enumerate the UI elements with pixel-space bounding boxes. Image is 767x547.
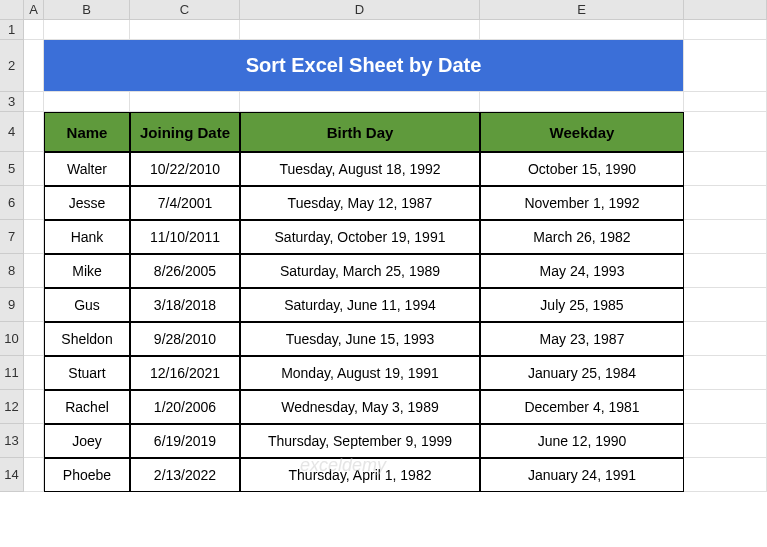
row-header-13[interactable]: 13 (0, 424, 24, 458)
row-header-7[interactable]: 7 (0, 220, 24, 254)
cell-birthday-11[interactable]: Monday, August 19, 1991 (240, 356, 480, 390)
cell-name-6[interactable]: Jesse (44, 186, 130, 220)
cell-blank-11[interactable] (684, 356, 767, 390)
cell-blank-2[interactable] (684, 40, 767, 92)
cell-birthday-10[interactable]: Tuesday, June 15, 1993 (240, 322, 480, 356)
cell-a4[interactable] (24, 112, 44, 152)
cell-a6[interactable] (24, 186, 44, 220)
cell-name-14[interactable]: Phoebe (44, 458, 130, 492)
row-header-6[interactable]: 6 (0, 186, 24, 220)
select-all-corner[interactable] (0, 0, 24, 19)
cell-a2[interactable] (24, 40, 44, 92)
cell-birthday-13[interactable]: Thursday, September 9, 1999 (240, 424, 480, 458)
cell-joining-8[interactable]: 8/26/2005 (130, 254, 240, 288)
cell-name-5[interactable]: Walter (44, 152, 130, 186)
cell-a13[interactable] (24, 424, 44, 458)
cell-a5[interactable] (24, 152, 44, 186)
cell-weekday-9[interactable]: July 25, 1985 (480, 288, 684, 322)
cell-weekday-10[interactable]: May 23, 1987 (480, 322, 684, 356)
row-header-4[interactable]: 4 (0, 112, 24, 152)
cell-joining-10[interactable]: 9/28/2010 (130, 322, 240, 356)
cell-name-9[interactable]: Gus (44, 288, 130, 322)
cell-blank-10[interactable] (684, 322, 767, 356)
cell-blank-12[interactable] (684, 390, 767, 424)
cell-blank-8[interactable] (684, 254, 767, 288)
cell-joining-14[interactable]: 2/13/2022 (130, 458, 240, 492)
cell-blank-13[interactable] (684, 424, 767, 458)
cell-joining-5[interactable]: 10/22/2010 (130, 152, 240, 186)
cell-weekday-14[interactable]: January 24, 1991 (480, 458, 684, 492)
cell-a11[interactable] (24, 356, 44, 390)
cell-a10[interactable] (24, 322, 44, 356)
col-header-e[interactable]: E (480, 0, 684, 19)
cell-joining-12[interactable]: 1/20/2006 (130, 390, 240, 424)
cell-joining-9[interactable]: 3/18/2018 (130, 288, 240, 322)
cell-b1[interactable] (44, 20, 130, 40)
cell-name-11[interactable]: Stuart (44, 356, 130, 390)
cell-name-13[interactable]: Joey (44, 424, 130, 458)
header-weekday[interactable]: Weekday (480, 112, 684, 152)
cell-birthday-9[interactable]: Saturday, June 11, 1994 (240, 288, 480, 322)
cell-e3[interactable] (480, 92, 684, 112)
row-header-1[interactable]: 1 (0, 20, 24, 40)
cell-blank-3[interactable] (684, 92, 767, 112)
col-header-b[interactable]: B (44, 0, 130, 19)
cell-a7[interactable] (24, 220, 44, 254)
cell-birthday-12[interactable]: Wednesday, May 3, 1989 (240, 390, 480, 424)
cell-birthday-7[interactable]: Saturday, October 19, 1991 (240, 220, 480, 254)
cell-a12[interactable] (24, 390, 44, 424)
header-name[interactable]: Name (44, 112, 130, 152)
row-header-12[interactable]: 12 (0, 390, 24, 424)
cell-c3[interactable] (130, 92, 240, 112)
cell-weekday-8[interactable]: May 24, 1993 (480, 254, 684, 288)
cell-name-10[interactable]: Sheldon (44, 322, 130, 356)
row-header-11[interactable]: 11 (0, 356, 24, 390)
row-header-8[interactable]: 8 (0, 254, 24, 288)
col-header-a[interactable]: A (24, 0, 44, 19)
title-cell[interactable]: Sort Excel Sheet by Date (44, 40, 684, 92)
cell-weekday-12[interactable]: December 4, 1981 (480, 390, 684, 424)
cell-b3[interactable] (44, 92, 130, 112)
col-header-c[interactable]: C (130, 0, 240, 19)
col-header-d[interactable]: D (240, 0, 480, 19)
header-birthday[interactable]: Birth Day (240, 112, 480, 152)
cell-name-12[interactable]: Rachel (44, 390, 130, 424)
cell-c1[interactable] (130, 20, 240, 40)
row-header-9[interactable]: 9 (0, 288, 24, 322)
cell-d3[interactable] (240, 92, 480, 112)
cell-a9[interactable] (24, 288, 44, 322)
cell-e1[interactable] (480, 20, 684, 40)
cell-joining-6[interactable]: 7/4/2001 (130, 186, 240, 220)
cell-blank-6[interactable] (684, 186, 767, 220)
cell-a1[interactable] (24, 20, 44, 40)
cell-birthday-8[interactable]: Saturday, March 25, 1989 (240, 254, 480, 288)
header-joining[interactable]: Joining Date (130, 112, 240, 152)
cell-blank-1[interactable] (684, 20, 767, 40)
cell-name-7[interactable]: Hank (44, 220, 130, 254)
cell-birthday-6[interactable]: Tuesday, May 12, 1987 (240, 186, 480, 220)
cell-weekday-11[interactable]: January 25, 1984 (480, 356, 684, 390)
row-header-3[interactable]: 3 (0, 92, 24, 112)
cell-birthday-5[interactable]: Tuesday, August 18, 1992 (240, 152, 480, 186)
cell-blank-7[interactable] (684, 220, 767, 254)
col-header-blank[interactable] (684, 0, 767, 19)
row-header-2[interactable]: 2 (0, 40, 24, 92)
cell-weekday-13[interactable]: June 12, 1990 (480, 424, 684, 458)
row-header-10[interactable]: 10 (0, 322, 24, 356)
cell-blank-14[interactable] (684, 458, 767, 492)
cell-joining-7[interactable]: 11/10/2011 (130, 220, 240, 254)
cell-a8[interactable] (24, 254, 44, 288)
cell-d1[interactable] (240, 20, 480, 40)
cell-name-8[interactable]: Mike (44, 254, 130, 288)
cell-blank-5[interactable] (684, 152, 767, 186)
cell-joining-11[interactable]: 12/16/2021 (130, 356, 240, 390)
row-header-5[interactable]: 5 (0, 152, 24, 186)
cell-a3[interactable] (24, 92, 44, 112)
row-header-14[interactable]: 14 (0, 458, 24, 492)
cell-blank-9[interactable] (684, 288, 767, 322)
cell-a14[interactable] (24, 458, 44, 492)
cell-weekday-5[interactable]: October 15, 1990 (480, 152, 684, 186)
cell-joining-13[interactable]: 6/19/2019 (130, 424, 240, 458)
cell-blank-4[interactable] (684, 112, 767, 152)
cell-weekday-7[interactable]: March 26, 1982 (480, 220, 684, 254)
